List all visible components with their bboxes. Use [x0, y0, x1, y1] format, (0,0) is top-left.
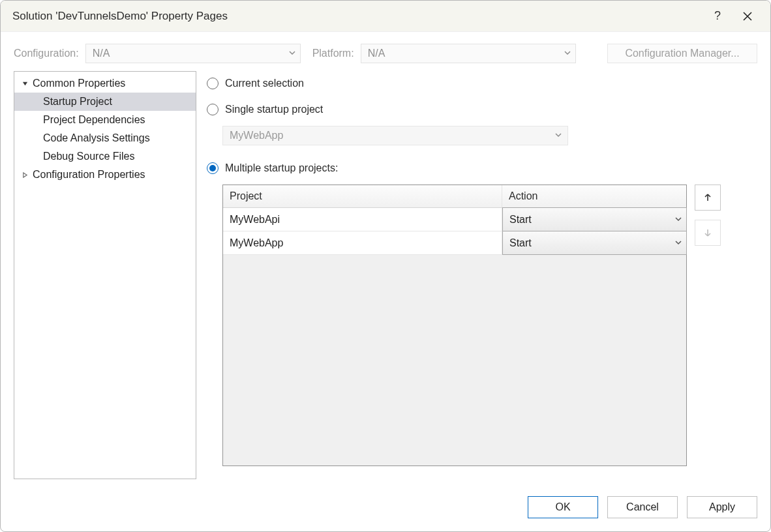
platform-value: N/A	[368, 48, 386, 59]
apply-button[interactable]: Apply	[687, 496, 757, 518]
chevron-down-icon	[554, 130, 562, 141]
startup-grid-wrap: Project Action MyWebApi Start MyW	[222, 185, 757, 466]
platform-combo: N/A	[361, 44, 576, 63]
reorder-buttons	[695, 185, 721, 246]
chevron-down-icon	[674, 237, 682, 249]
move-down-button	[695, 220, 721, 246]
tree-label: Project Dependencies	[43, 114, 145, 126]
cancel-button[interactable]: Cancel	[607, 496, 678, 518]
cell-action-combo[interactable]: Start	[502, 231, 687, 255]
tree-label: Startup Project	[43, 96, 112, 108]
single-startup-value: MyWebApp	[230, 130, 283, 141]
nav-tree[interactable]: Common Properties Startup Project Projec…	[14, 71, 196, 479]
startup-projects-grid[interactable]: Project Action MyWebApi Start MyW	[222, 185, 687, 466]
apply-label: Apply	[709, 501, 735, 513]
help-button[interactable]: ?	[703, 3, 733, 29]
cell-action-value: Start	[509, 214, 532, 226]
cell-project: MyWebApi	[223, 208, 502, 231]
ok-label: OK	[555, 501, 570, 513]
col-header-action[interactable]: Action	[502, 185, 686, 207]
configuration-manager-button: Configuration Manager...	[607, 44, 757, 63]
single-startup-combo: MyWebApp	[222, 126, 568, 145]
tree-node-debug-source[interactable]: Debug Source Files	[14, 147, 196, 166]
footer: OK Cancel Apply	[1, 487, 770, 531]
radio-label: Single startup project	[225, 104, 323, 115]
radio-label: Current selection	[225, 78, 304, 89]
cell-project: MyWebApp	[223, 231, 502, 254]
ok-button[interactable]: OK	[528, 496, 598, 518]
config-row: Configuration: N/A Platform: N/A Configu…	[1, 32, 770, 71]
configuration-label: Configuration:	[14, 48, 79, 59]
property-pages-window: Solution 'DevTunnelsDemo' Property Pages…	[0, 0, 771, 532]
radio-icon	[207, 78, 219, 89]
tree-node-common-properties[interactable]: Common Properties	[14, 74, 196, 93]
grid-header: Project Action	[223, 185, 686, 208]
radio-multiple-startup[interactable]: Multiple startup projects:	[207, 158, 757, 178]
tree-label: Code Analysis Settings	[43, 132, 150, 144]
cancel-label: Cancel	[626, 501, 659, 513]
configuration-value: N/A	[93, 48, 110, 59]
configuration-manager-label: Configuration Manager...	[625, 48, 739, 59]
tree-node-startup-project[interactable]: Startup Project	[14, 93, 196, 111]
expand-arrow-icon	[20, 81, 30, 87]
col-header-project[interactable]: Project	[223, 185, 502, 207]
tree-node-code-analysis[interactable]: Code Analysis Settings	[14, 129, 196, 147]
move-up-button[interactable]	[695, 185, 721, 211]
chevron-down-icon	[674, 214, 682, 226]
tree-label: Common Properties	[33, 78, 125, 89]
radio-single-startup[interactable]: Single startup project	[207, 100, 757, 119]
table-row[interactable]: MyWebApi Start	[223, 208, 686, 231]
cell-action-value: Start	[509, 237, 532, 249]
close-button[interactable]	[733, 3, 763, 29]
configuration-combo: N/A	[85, 44, 301, 63]
titlebar: Solution 'DevTunnelsDemo' Property Pages…	[1, 1, 770, 32]
body: Common Properties Startup Project Projec…	[1, 71, 770, 487]
collapsed-arrow-icon	[20, 172, 30, 178]
tree-label: Configuration Properties	[33, 169, 145, 181]
radio-label: Multiple startup projects:	[225, 162, 338, 174]
main-pane: Current selection Single startup project…	[207, 71, 757, 479]
platform-label: Platform:	[312, 48, 354, 59]
tree-node-project-dependencies[interactable]: Project Dependencies	[14, 111, 196, 129]
radio-icon	[207, 162, 219, 174]
chevron-down-icon	[288, 48, 296, 59]
tree-node-configuration-properties[interactable]: Configuration Properties	[14, 166, 196, 184]
tree-label: Debug Source Files	[43, 151, 135, 162]
window-title: Solution 'DevTunnelsDemo' Property Pages	[12, 10, 703, 23]
radio-icon	[207, 104, 219, 115]
chevron-down-icon	[564, 48, 571, 59]
radio-current-selection[interactable]: Current selection	[207, 74, 757, 93]
table-row[interactable]: MyWebApp Start	[223, 231, 686, 255]
cell-action-combo[interactable]: Start	[502, 207, 687, 231]
